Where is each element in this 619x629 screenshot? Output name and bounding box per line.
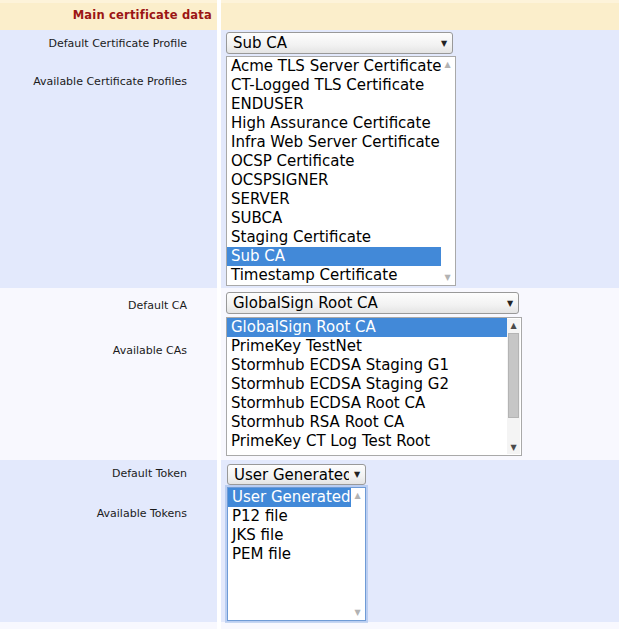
listbox-option[interactable]: SUBCA [227, 209, 441, 228]
listbox-option[interactable]: Infra Web Server Certificate [227, 133, 441, 152]
scrollbar[interactable]: ▲ ▼ [507, 319, 520, 454]
listbox-option-selected[interactable]: Sub CA [227, 247, 441, 266]
scroll-up-icon[interactable]: ▲ [351, 489, 364, 502]
default-token-select[interactable]: User Generated ▼ [227, 464, 366, 485]
listbox-option[interactable]: High Assurance Certificate [227, 114, 441, 133]
listbox-option[interactable]: PrimeKey CT Log Test Root [227, 432, 507, 451]
listbox-option[interactable]: JKS file [228, 526, 351, 545]
header-top-strip [0, 0, 619, 3]
listbox-options: User Generated P12 file JKS file PEM fil… [228, 488, 351, 620]
listbox-option[interactable]: OCSPSIGNER [227, 171, 441, 190]
certificate-data-panel: Main certificate data Default Certificat… [0, 0, 619, 629]
next-row-strip [0, 622, 619, 629]
scrollbar[interactable]: ▲ ▼ [351, 489, 364, 619]
default-token-value: User Generated [228, 466, 349, 484]
scrollbar[interactable]: ▲ ▼ [441, 58, 454, 284]
available-tokens-label: Available Tokens [0, 507, 187, 520]
scroll-up-icon[interactable]: ▲ [441, 58, 454, 71]
listbox-option-selected[interactable]: GlobalSign Root CA [227, 318, 507, 337]
available-cas-listbox[interactable]: GlobalSign Root CA PrimeKey TestNet Stor… [226, 317, 522, 456]
scroll-down-icon[interactable]: ▼ [351, 606, 364, 619]
default-certificate-profile-label: Default Certificate Profile [0, 37, 187, 50]
default-token-label: Default Token [0, 467, 187, 480]
listbox-option[interactable]: Stormhub RSA Root CA [227, 413, 507, 432]
scrollbar-thumb[interactable] [508, 333, 519, 418]
listbox-option[interactable]: Stormhub ECDSA Root CA [227, 394, 507, 413]
column-divider [217, 0, 221, 629]
listbox-option[interactable]: CT-Logged TLS Certificate [227, 76, 441, 95]
default-certificate-profile-select[interactable]: Sub CA ▼ [226, 32, 453, 54]
available-cas-label: Available CAs [0, 344, 187, 357]
available-certificate-profiles-label: Available Certificate Profiles [0, 75, 187, 88]
chevron-down-icon: ▼ [349, 470, 365, 479]
listbox-option[interactable]: Timestamp Certificate [227, 266, 441, 285]
listbox-option[interactable]: Staging Certificate [227, 228, 441, 247]
default-ca-select[interactable]: GlobalSign Root CA ▼ [226, 292, 519, 314]
chevron-down-icon: ▼ [502, 299, 518, 308]
listbox-option[interactable]: Stormhub ECDSA Staging G1 [227, 356, 507, 375]
default-certificate-profile-value: Sub CA [227, 34, 436, 52]
scroll-down-icon[interactable]: ▼ [507, 441, 520, 454]
default-ca-label: Default CA [0, 299, 187, 312]
listbox-option[interactable]: OCSP Certificate [227, 152, 441, 171]
listbox-option[interactable]: PEM file [228, 545, 351, 564]
available-tokens-listbox[interactable]: User Generated P12 file JKS file PEM fil… [227, 487, 366, 621]
listbox-option[interactable]: Acme TLS Server Certificate [227, 57, 441, 76]
listbox-option[interactable]: Stormhub ECDSA Staging G2 [227, 375, 507, 394]
scroll-up-icon[interactable]: ▲ [507, 319, 520, 332]
listbox-options: Acme TLS Server Certificate CT-Logged TL… [227, 57, 441, 285]
available-certificate-profiles-listbox[interactable]: Acme TLS Server Certificate CT-Logged TL… [226, 56, 456, 286]
listbox-option[interactable]: P12 file [228, 507, 351, 526]
chevron-down-icon: ▼ [436, 39, 452, 48]
listbox-option-selected[interactable]: User Generated [228, 488, 351, 507]
listbox-option[interactable]: PrimeKey TestNet [227, 337, 507, 356]
listbox-options: GlobalSign Root CA PrimeKey TestNet Stor… [227, 318, 507, 455]
listbox-option[interactable]: SERVER [227, 190, 441, 209]
scroll-down-icon[interactable]: ▼ [441, 271, 454, 284]
section-title: Main certificate data [0, 8, 212, 22]
default-ca-value: GlobalSign Root CA [227, 294, 502, 312]
listbox-option[interactable]: ENDUSER [227, 95, 441, 114]
